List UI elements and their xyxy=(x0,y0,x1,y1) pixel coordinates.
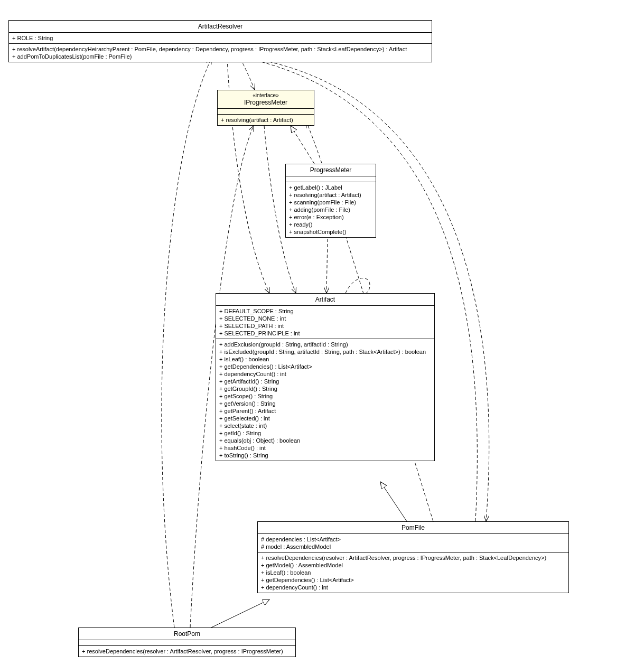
op: + adding(pomFile : File) xyxy=(289,206,372,213)
class-name: «interface» IProgressMeter xyxy=(218,90,314,109)
class-artifactresolver: ArtifactResolver + ROLE : String + resol… xyxy=(8,20,432,62)
op: + getScope() : String xyxy=(219,392,431,400)
op: + select(state : int) xyxy=(219,422,431,429)
uml-canvas: ArtifactResolver + ROLE : String + resol… xyxy=(0,0,644,665)
op: + resolving(artifact : Artifact) xyxy=(221,116,311,124)
op: + getLabel() : JLabel xyxy=(289,184,372,191)
class-attrs: + ROLE : String xyxy=(9,33,432,44)
op: + ready() xyxy=(289,221,372,228)
op: + getSelected() : int xyxy=(219,415,431,422)
attr: + SELECTED_PRINCIPLE : int xyxy=(219,330,431,337)
class-ops: + resolveArtifact(dependencyHeirarchyPar… xyxy=(9,44,432,62)
op: + getParent() : Artifact xyxy=(219,407,431,415)
class-attrs: # dependencies : List<Artifact> # model … xyxy=(258,534,568,552)
interface-iprogressmeter: «interface» IProgressMeter + resolving(a… xyxy=(217,90,314,126)
class-ops: + getLabel() : JLabel + resolving(artifa… xyxy=(286,182,376,237)
op: + hashCode() : int xyxy=(219,444,431,452)
op: + snapshotComplete() xyxy=(289,228,372,236)
op: + getDependencies() : List<Artifact> xyxy=(219,363,431,370)
class-name-text: IProgressMeter xyxy=(244,99,287,106)
attr: + SELECTED_NONE : int xyxy=(219,315,431,322)
attr: + ROLE : String xyxy=(12,34,428,42)
op: + resolveDependencies(resolver : Artifac… xyxy=(261,554,565,561)
class-name: ProgressMeter xyxy=(286,164,376,176)
class-artifact: Artifact + DEFAULT_SCOPE : String + SELE… xyxy=(216,293,435,461)
stereotype: «interface» xyxy=(221,92,311,98)
op: + error(e : Exception) xyxy=(289,213,372,221)
attr: # dependencies : List<Artifact> xyxy=(261,536,565,543)
attr: + SELECTED_PATH : int xyxy=(219,322,431,330)
class-pomfile: PomFile # dependencies : List<Artifact> … xyxy=(257,521,569,593)
op: + getVersion() : String xyxy=(219,400,431,407)
class-ops: + resolving(artifact : Artifact) xyxy=(218,115,314,125)
op: + addExclusion(groupId : String, artifac… xyxy=(219,341,431,348)
op: + toString() : String xyxy=(219,452,431,459)
class-ops: + resolveDependencies(resolver : Artifac… xyxy=(79,646,295,657)
op: + addPomToDuplicatesList(pomFile : PomFi… xyxy=(12,53,428,60)
class-name: PomFile xyxy=(258,522,568,534)
op: + resolveArtifact(dependencyHeirarchyPar… xyxy=(12,45,428,53)
class-rootpom: RootPom + resolveDependencies(resolver :… xyxy=(78,627,296,657)
class-name: RootPom xyxy=(79,628,295,640)
op: + isLeaf() : boolean xyxy=(261,569,565,576)
op: + getGroupId() : String xyxy=(219,385,431,392)
op: + scanning(pomFile : File) xyxy=(289,199,372,206)
op: + dependencyCount() : int xyxy=(261,584,565,591)
op: + getDependencies() : List<Artifact> xyxy=(261,576,565,584)
op: + getArtifactId() : String xyxy=(219,378,431,385)
class-ops: + resolveDependencies(resolver : Artifac… xyxy=(258,552,568,593)
attr: # model : AssembledModel xyxy=(261,543,565,550)
op: + isLeaf() : boolean xyxy=(219,355,431,363)
op: + getId() : String xyxy=(219,429,431,437)
op: + isExcluded(groupId : String, artifactI… xyxy=(219,348,431,355)
class-attrs: + DEFAULT_SCOPE : String + SELECTED_NONE… xyxy=(216,306,434,339)
class-attrs-empty xyxy=(79,640,295,646)
op: + resolveDependencies(resolver : Artifac… xyxy=(82,648,292,655)
attr: + DEFAULT_SCOPE : String xyxy=(219,307,431,315)
op: + dependencyCount() : int xyxy=(219,370,431,378)
class-name: ArtifactResolver xyxy=(9,21,432,33)
op: + resolving(artifact : Artifact) xyxy=(289,191,372,199)
class-ops: + addExclusion(groupId : String, artifac… xyxy=(216,339,434,461)
op: + equals(obj : Object) : boolean xyxy=(219,437,431,444)
class-name: Artifact xyxy=(216,294,434,306)
op: + getModel() : AssembledModel xyxy=(261,561,565,569)
class-attrs-empty xyxy=(286,176,376,182)
class-attrs-empty xyxy=(218,109,314,115)
class-progressmeter: ProgressMeter + getLabel() : JLabel + re… xyxy=(285,164,376,238)
